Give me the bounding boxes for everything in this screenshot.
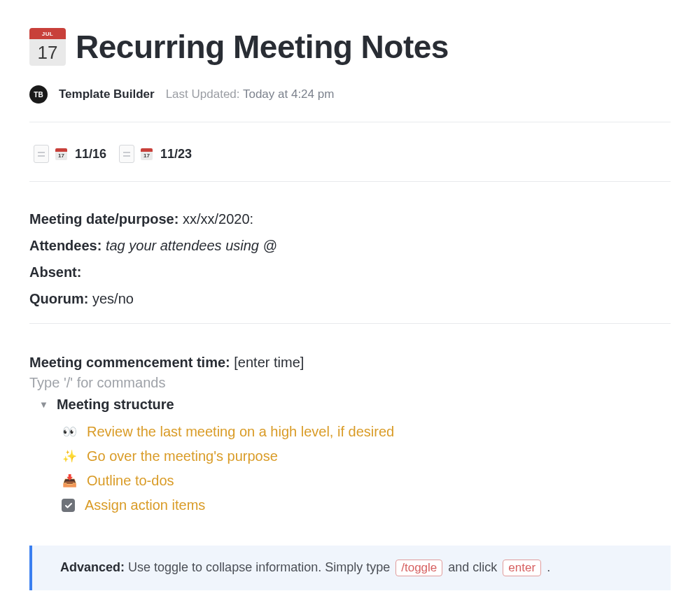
field-label: Absent: (29, 264, 81, 280)
structure-link[interactable]: Go over the meeting's purpose (87, 448, 278, 464)
field-date[interactable]: Meeting date/purpose: xx/xx/2020: (29, 206, 671, 232)
field-absent[interactable]: Absent: (29, 259, 671, 285)
calendar-icon: 17 (141, 148, 153, 160)
inbox-icon: 📥 (62, 474, 77, 488)
page-title[interactable]: Recurring Meeting Notes (76, 28, 449, 66)
field-label: Quorum: (29, 291, 88, 306)
field-value: yes/no (92, 291, 134, 306)
linked-doc[interactable]: 17 11/23 (119, 145, 192, 163)
calendar-icon: 17 (55, 148, 67, 160)
calendar-day: 17 (29, 39, 66, 66)
slash-command-hint[interactable]: Type '/' for commands (29, 375, 671, 391)
meeting-structure-list: 👀 Review the last meeting on a high leve… (62, 420, 671, 518)
kbd-enter: enter (503, 560, 541, 576)
author-name[interactable]: Template Builder (59, 87, 155, 101)
callout-text: and click (448, 560, 497, 574)
field-value: tag your attendees using @ (106, 238, 277, 253)
section-commencement: Meeting commencement time: [enter time] … (29, 324, 671, 590)
structure-link[interactable]: Review the last meeting on a high level,… (87, 424, 394, 440)
list-item[interactable]: ✨ Go over the meeting's purpose (62, 444, 671, 469)
page-title-row: JUL 17 Recurring Meeting Notes (29, 28, 671, 66)
structure-link[interactable]: Outline to-dos (87, 473, 174, 489)
updated-label: Last Updated: (166, 87, 240, 101)
sparkles-icon: ✨ (62, 449, 77, 464)
toggle-label: Meeting structure (57, 397, 174, 413)
meta-row: TB Template Builder Last Updated: Today … (29, 85, 671, 104)
callout-text: Use toggle to collapse information. Simp… (128, 560, 390, 574)
meeting-fields[interactable]: Meeting date/purpose: xx/xx/2020: Attend… (29, 182, 671, 318)
linked-doc-label: 11/16 (75, 147, 106, 162)
linked-doc[interactable]: 17 11/16 (34, 145, 106, 163)
list-item[interactable]: 👀 Review the last meeting on a high leve… (62, 420, 671, 444)
linked-docs-row: 17 11/16 17 11/23 (29, 122, 671, 181)
callout-strong: Advanced: (60, 560, 125, 574)
document-icon (34, 145, 49, 163)
list-item[interactable]: 📥 Outline to-dos (62, 469, 671, 493)
document-icon (119, 145, 134, 163)
field-quorum[interactable]: Quorum: yes/no (29, 285, 671, 312)
checkbox-icon (62, 499, 75, 512)
list-item[interactable]: Assign action items (62, 493, 671, 518)
field-value: [enter time] (234, 355, 304, 370)
callout-text: . (547, 560, 550, 574)
eyes-icon: 👀 (62, 425, 77, 439)
calendar-month: JUL (29, 28, 66, 39)
field-value: xx/xx/2020: (183, 211, 253, 227)
structure-link[interactable]: Assign action items (85, 497, 205, 513)
toggle-meeting-structure[interactable]: ▼ Meeting structure (39, 397, 671, 413)
kbd-toggle: /toggle (396, 560, 442, 576)
field-commence-time[interactable]: Meeting commencement time: [enter time] (29, 355, 671, 371)
field-label: Meeting date/purpose: (29, 211, 178, 227)
author-avatar[interactable]: TB (29, 85, 48, 104)
linked-doc-label: 11/23 (160, 147, 192, 162)
field-attendees[interactable]: Attendees: tag your attendees using @ (29, 232, 671, 259)
field-label: Meeting commencement time: (29, 355, 230, 370)
updated-value: Today at 4:24 pm (243, 87, 334, 101)
chevron-down-icon[interactable]: ▼ (39, 399, 48, 410)
calendar-icon: JUL 17 (29, 28, 66, 66)
callout-advanced: Advanced: Use toggle to collapse informa… (29, 546, 671, 590)
field-label: Attendees: (29, 238, 102, 253)
